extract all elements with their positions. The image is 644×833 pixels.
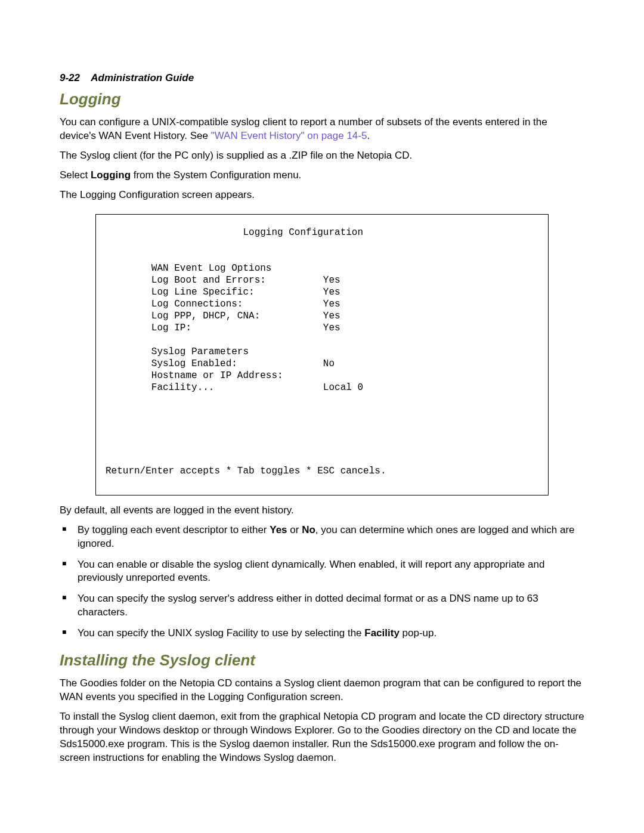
body-paragraph: The Logging Configuration screen appears… bbox=[60, 188, 584, 202]
bold-run: Facility bbox=[364, 627, 400, 639]
list-item: You can enable or disable the syslog cli… bbox=[60, 558, 584, 586]
body-paragraph: You can configure a UNIX-compatible sysl… bbox=[60, 116, 584, 143]
section-heading-logging: Logging bbox=[60, 89, 584, 110]
body-paragraph: To install the Syslog client daemon, exi… bbox=[60, 710, 584, 765]
body-paragraph: The Goodies folder on the Netopia CD con… bbox=[60, 677, 584, 704]
bold-run: Yes bbox=[270, 524, 287, 535]
text-run: Select bbox=[60, 169, 91, 181]
section-heading-installing: Installing the Syslog client bbox=[60, 650, 584, 671]
list-item: You can specify the syslog server's addr… bbox=[60, 592, 584, 620]
body-paragraph: Select Logging from the System Configura… bbox=[60, 169, 584, 182]
text-run: You can specify the syslog server's addr… bbox=[78, 593, 538, 618]
body-paragraph: By default, all events are logged in the… bbox=[60, 504, 584, 518]
cross-reference-link[interactable]: "WAN Event History" on page 14-5 bbox=[211, 130, 367, 141]
list-item: By toggling each event descriptor to eit… bbox=[60, 524, 584, 551]
list-item: You can specify the UNIX syslog Facility… bbox=[60, 627, 584, 640]
text-run: . bbox=[367, 130, 370, 141]
page-number: 9-22 bbox=[60, 72, 80, 83]
terminal-content: Logging Configuration WAN Event Log Opti… bbox=[95, 214, 549, 496]
bold-run: Logging bbox=[91, 169, 131, 181]
text-run: or bbox=[287, 524, 302, 535]
text-run: By toggling each event descriptor to eit… bbox=[78, 524, 270, 535]
text-run: You can enable or disable the syslog cli… bbox=[78, 559, 544, 584]
bold-run: No bbox=[302, 524, 315, 535]
text-run: You can specify the UNIX syslog Facility… bbox=[78, 627, 364, 639]
page-header: 9-22 Administration Guide bbox=[60, 72, 584, 85]
text-run: pop-up. bbox=[400, 627, 436, 639]
terminal-screenshot: Logging Configuration WAN Event Log Opti… bbox=[95, 214, 549, 496]
doc-title: Administration Guide bbox=[91, 72, 194, 83]
body-paragraph: The Syslog client (for the PC only) is s… bbox=[60, 149, 584, 163]
text-run: from the System Configuration menu. bbox=[131, 169, 301, 181]
bullet-list: By toggling each event descriptor to eit… bbox=[60, 524, 584, 641]
document-page: 9-22 Administration Guide Logging You ca… bbox=[0, 0, 644, 833]
